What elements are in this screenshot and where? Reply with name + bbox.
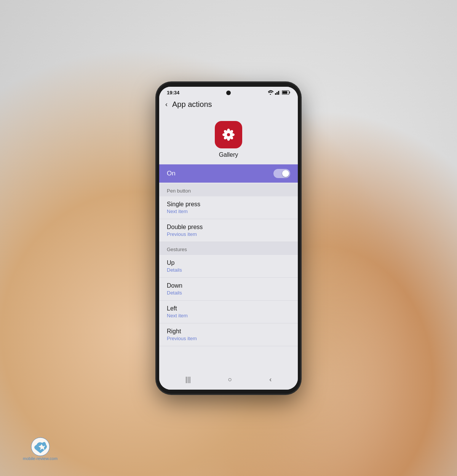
status-time: 19:34 [167, 90, 179, 96]
svg-rect-5 [280, 90, 280, 95]
pen-button-header-text: Pen button [167, 188, 191, 194]
gesture-right-item[interactable]: Right Previous item [159, 323, 298, 346]
app-name-label: Gallery [219, 151, 238, 158]
svg-rect-4 [278, 91, 279, 95]
nav-home-button[interactable]: ○ [228, 376, 232, 384]
battery-icon [282, 90, 290, 95]
gesture-down-item[interactable]: Down Details [159, 278, 298, 301]
phone-screen: 19:34 [159, 87, 298, 390]
toggle-row[interactable]: On [159, 164, 298, 183]
signal-icon [275, 90, 280, 95]
app-icon [215, 121, 242, 148]
wifi-icon [267, 90, 273, 95]
svg-rect-3 [276, 92, 278, 95]
phone-device: 19:34 [156, 82, 301, 394]
gestures-section-header: Gestures [159, 242, 298, 255]
status-icons [267, 90, 290, 95]
gestures-header-text: Gestures [167, 247, 187, 252]
pen-button-section-header: Pen button [159, 183, 298, 196]
side-button [156, 151, 157, 170]
gesture-up-subtitle: Details [167, 267, 290, 273]
app-icon-section: Gallery [159, 113, 298, 164]
double-press-title: Double press [167, 224, 290, 231]
toggle-switch[interactable] [273, 169, 290, 178]
back-button[interactable]: ‹ [165, 100, 168, 108]
single-press-title: Single press [167, 201, 290, 208]
gesture-left-item[interactable]: Left Next item [159, 301, 298, 323]
double-press-subtitle: Previous item [167, 231, 290, 237]
gesture-left-title: Left [167, 305, 290, 312]
gallery-flower-icon [221, 127, 236, 142]
camera-hole [226, 91, 231, 95]
toggle-knob [282, 170, 289, 177]
nav-bar: ||| ○ ‹ [159, 371, 298, 390]
watermark-label: mobile-review.com [23, 456, 58, 461]
gesture-down-subtitle: Details [167, 290, 290, 296]
app-header: ‹ App actions [159, 97, 298, 113]
svg-rect-2 [275, 93, 276, 95]
gesture-left-subtitle: Next item [167, 313, 290, 318]
status-bar: 19:34 [159, 87, 298, 97]
svg-rect-7 [289, 92, 290, 94]
toggle-label: On [167, 170, 176, 177]
svg-point-18 [227, 133, 230, 136]
gesture-up-item[interactable]: Up Details [159, 255, 298, 278]
double-press-item[interactable]: Double press Previous item [159, 219, 298, 242]
gesture-right-title: Right [167, 328, 290, 335]
watermark: mobile-review.com [23, 437, 58, 461]
gesture-up-title: Up [167, 259, 290, 266]
gesture-down-title: Down [167, 282, 290, 289]
page-title: App actions [172, 100, 212, 109]
gesture-right-subtitle: Previous item [167, 336, 290, 341]
svg-rect-8 [283, 91, 288, 94]
single-press-subtitle: Next item [167, 209, 290, 214]
screen-content[interactable]: Gallery On Pen button Single press Next … [159, 113, 298, 371]
single-press-item[interactable]: Single press Next item [159, 196, 298, 219]
nav-recent-button[interactable]: ||| [185, 376, 191, 384]
nav-back-button[interactable]: ‹ [269, 376, 272, 384]
